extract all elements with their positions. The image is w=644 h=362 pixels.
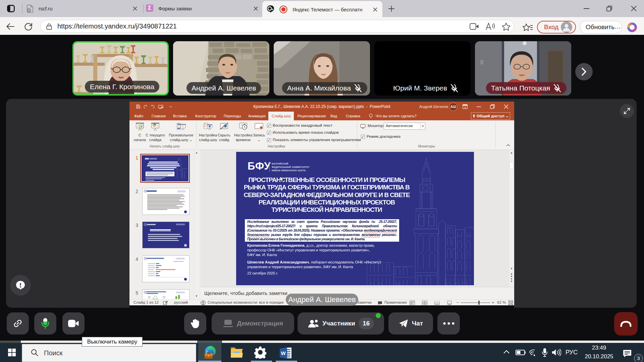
svg-text:W: W bbox=[281, 350, 286, 356]
